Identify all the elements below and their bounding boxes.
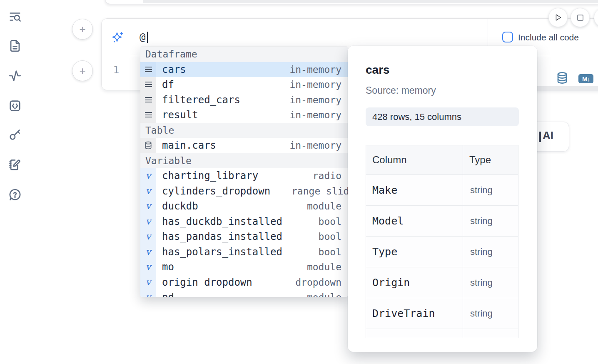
autocomplete-dropdown: Dataframe cars in-memory df in-memory fi… bbox=[140, 47, 348, 297]
variable-icon: v bbox=[146, 187, 151, 196]
autocomplete-item[interactable]: v pd module bbox=[140, 290, 348, 297]
autocomplete-item-name: pd bbox=[156, 292, 174, 297]
autocomplete-item-type: in-memory bbox=[289, 140, 348, 151]
schema-row: Model string bbox=[366, 206, 518, 237]
autocomplete-item-type: in-memory bbox=[289, 79, 348, 90]
rows-icon bbox=[145, 112, 152, 118]
variable-icon: v bbox=[146, 232, 151, 241]
add-cell-below-button[interactable]: + bbox=[72, 60, 93, 81]
rows-icon bbox=[145, 97, 152, 103]
dataframe-preview-panel: cars Source: memory 428 rows, 15 columns… bbox=[348, 46, 537, 352]
autocomplete-item[interactable]: v mo module bbox=[140, 259, 348, 275]
autocomplete-item-name: cars bbox=[156, 64, 186, 75]
schema-column-name: DriveTrain bbox=[366, 298, 463, 329]
variable-icon: v bbox=[146, 262, 151, 272]
autocomplete-item-name: duckdb bbox=[156, 200, 198, 212]
autocomplete-item-name: result bbox=[156, 109, 198, 121]
autocomplete-item-name: cylinders_dropdown bbox=[156, 185, 270, 197]
autocomplete-list: Dataframe cars in-memory df in-memory fi… bbox=[140, 47, 348, 297]
previous-cell-edge bbox=[105, 0, 598, 4]
variable-icon: v bbox=[146, 278, 151, 287]
preview-title: cars bbox=[366, 63, 390, 77]
key-icon[interactable] bbox=[8, 127, 22, 142]
autocomplete-item-type: bool bbox=[319, 247, 348, 257]
markdown-icon[interactable]: M↓ bbox=[578, 74, 593, 83]
stop-icon bbox=[577, 15, 583, 21]
preview-schema-table: Column Type Make string Model string Typ… bbox=[366, 145, 518, 338]
variable-icon: v bbox=[146, 217, 151, 226]
autocomplete-item-name: has_duckdb_installed bbox=[156, 216, 282, 227]
autocomplete-section-header: Table bbox=[140, 123, 348, 138]
autocomplete-item-type: radio bbox=[313, 170, 348, 181]
variable-icon: v bbox=[146, 247, 151, 257]
help-chat-icon[interactable] bbox=[8, 188, 22, 202]
schema-column-type bbox=[463, 329, 518, 338]
schema-row bbox=[366, 329, 518, 338]
autocomplete-item-name: charting_library bbox=[156, 170, 258, 182]
autocomplete-item[interactable]: v has_pandas_installed bool bbox=[140, 229, 348, 244]
autocomplete-item-type: bool bbox=[319, 216, 348, 227]
autocomplete-item-type: in-memory bbox=[289, 64, 348, 75]
autocomplete-item[interactable]: filtered_cars in-memory bbox=[140, 92, 348, 108]
autocomplete-item-type: range_slider bbox=[292, 186, 348, 197]
plus-icon: + bbox=[79, 65, 85, 77]
autocomplete-item-type: module bbox=[307, 292, 348, 297]
autocomplete-item[interactable]: v duckdb module bbox=[140, 199, 348, 214]
autocomplete-item-type: module bbox=[307, 262, 348, 272]
run-icon bbox=[553, 13, 563, 22]
autocomplete-item[interactable]: cars in-memory bbox=[140, 62, 348, 77]
database-icon bbox=[144, 141, 152, 150]
variable-icon: v bbox=[146, 293, 151, 297]
autocomplete-item[interactable]: v cylinders_dropdown range_slider bbox=[140, 184, 348, 199]
autocomplete-item[interactable]: v charting_library radio bbox=[140, 168, 348, 184]
code-snippet-icon[interactable] bbox=[8, 99, 22, 113]
schema-column-type: string bbox=[463, 237, 518, 267]
autocomplete-item-name: has_pandas_installed bbox=[156, 231, 282, 242]
database-icon[interactable] bbox=[556, 72, 568, 84]
include-all-code-label: Include all code bbox=[518, 32, 579, 42]
add-cell-above-button[interactable]: + bbox=[72, 19, 93, 40]
autocomplete-item-type: bool bbox=[319, 231, 348, 242]
autocomplete-item-name: filtered_cars bbox=[156, 94, 240, 106]
autocomplete-item-name: has_polars_installed bbox=[156, 246, 282, 258]
schema-header-row: Column Type bbox=[366, 145, 518, 175]
text-cursor bbox=[147, 32, 148, 43]
rows-icon bbox=[145, 82, 152, 87]
autocomplete-section-header: Dataframe bbox=[140, 47, 348, 62]
include-all-code-checkbox[interactable] bbox=[502, 32, 513, 42]
autocomplete-item[interactable]: result in-memory bbox=[140, 107, 348, 123]
plus-icon: + bbox=[79, 23, 85, 36]
autocomplete-item[interactable]: v has_polars_installed bool bbox=[140, 244, 348, 260]
schema-column-name bbox=[366, 329, 463, 338]
variable-icon: v bbox=[146, 202, 151, 211]
autocomplete-item[interactable]: main.cars in-memory bbox=[140, 138, 348, 153]
variable-icon: v bbox=[146, 171, 151, 180]
run-cell-button[interactable] bbox=[548, 8, 568, 27]
autocomplete-item-type: in-memory bbox=[289, 110, 348, 120]
ai-prompt-input[interactable]: @ bbox=[140, 31, 145, 43]
autocomplete-item-name: mo bbox=[156, 261, 174, 273]
schema-header-cell: Type bbox=[463, 145, 518, 175]
autocomplete-item-name: main.cars bbox=[156, 140, 216, 151]
autocomplete-item-name: origin_dropdown bbox=[156, 277, 252, 288]
autocomplete-item[interactable]: df in-memory bbox=[140, 77, 348, 92]
schema-row: Type string bbox=[366, 237, 518, 267]
notebook-edit-icon[interactable] bbox=[8, 157, 22, 172]
schema-row: Make string bbox=[366, 175, 518, 206]
schema-row: Origin string bbox=[366, 267, 518, 298]
autocomplete-item[interactable]: v has_duckdb_installed bool bbox=[140, 214, 348, 229]
ai-card-label: AI bbox=[543, 129, 553, 142]
schema-column-name: Type bbox=[366, 237, 463, 267]
line-number: 1 bbox=[112, 64, 121, 76]
file-text-icon[interactable] bbox=[8, 39, 22, 53]
schema-column-type: string bbox=[463, 206, 518, 237]
autocomplete-item-type: module bbox=[307, 201, 348, 212]
schema-column-type: string bbox=[463, 175, 518, 206]
stop-button[interactable] bbox=[571, 8, 590, 27]
autocomplete-section-header: Variable bbox=[140, 153, 348, 169]
activity-icon[interactable] bbox=[8, 69, 22, 83]
schema-column-type: string bbox=[463, 267, 518, 298]
list-search-icon[interactable] bbox=[8, 10, 22, 24]
ai-sparkles-icon bbox=[111, 31, 125, 44]
autocomplete-item[interactable]: v origin_dropdown dropdown bbox=[140, 275, 348, 290]
